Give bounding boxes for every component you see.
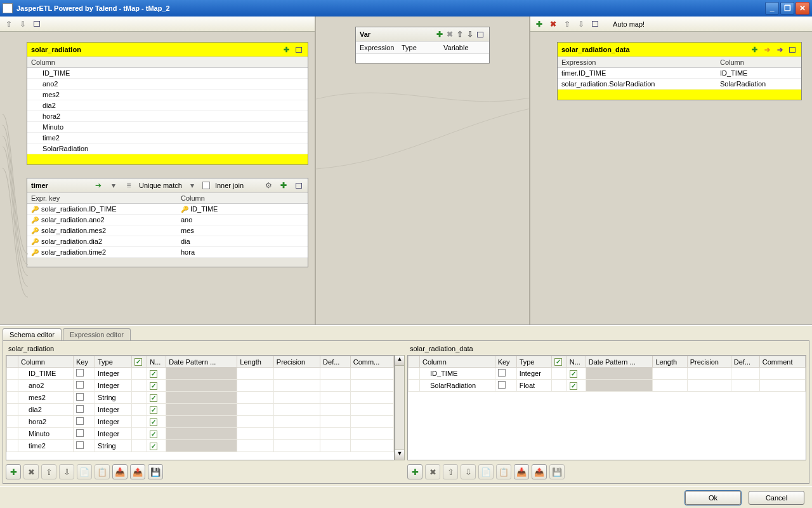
maximize-table-icon[interactable] [787,44,797,55]
move-up-icon[interactable]: ⇧ [4,19,14,29]
schema-left-title: solar_radiation [6,344,405,355]
schema-row[interactable]: ID_TIMEInteger✓ [7,368,394,380]
connection-wires-mid [316,17,529,324]
add-row-button[interactable]: ✚ [407,464,422,479]
input-column: ⇧ ⇩ solar_radiation ✚ Column ID_TIMEan [0,17,316,324]
output-toolbar: ✚ ✖ ⇧ ⇩ Auto map! [530,17,812,32]
output-row[interactable]: solar_radiation.SolarRadiationSolarRadia… [558,79,801,90]
copy-button[interactable]: 📄 [77,464,92,479]
add-output-icon[interactable]: ✚ [534,19,544,29]
move-down-icon[interactable]: ⇩ [18,19,28,29]
add-row-button[interactable]: ✚ [6,464,21,479]
schema-row[interactable]: dia2Integer✓ [7,404,394,416]
import-button[interactable]: 📥 [514,464,529,479]
minimize-button[interactable]: _ [765,2,779,15]
minimize-panels-icon[interactable] [32,19,42,29]
output-table-solar-radiation-data: solar_radiation_data ✚ ➔ ➔ Expression Co… [557,42,802,100]
workspace: ⇧ ⇩ solar_radiation ✚ Column ID_TIMEan [0,17,812,508]
schema-right-grid[interactable]: ColumnKeyType✓N...Date Pattern ...Length… [407,355,806,460]
tab-schema-editor[interactable]: Schema editor [3,328,62,340]
scrollbar-vertical[interactable]: ▲▼ [395,355,405,460]
automap-label[interactable]: Auto map! [613,20,645,28]
table-footer [558,90,801,100]
schema-pane-left: solar_radiation ColumnKeyType✓N...Date P… [6,344,405,481]
input-toolbar: ⇧ ⇩ [0,17,315,32]
schema-row[interactable]: ID_TIMEInteger✓ [409,368,806,380]
save-button[interactable]: 💾 [549,464,565,479]
move-down-icon[interactable]: ⇩ [576,19,586,29]
connection-wires [0,32,315,324]
move-down-button[interactable]: ⇩ [59,464,74,479]
schema-right-title: solar_radiation_data [407,344,806,355]
schema-row[interactable]: time2String✓ [7,440,394,452]
dialog-buttons: Ok Cancel [0,486,812,508]
tab-expression-editor[interactable]: Expression editor [63,328,131,340]
delete-row-button[interactable]: ✖ [425,464,440,479]
save-button[interactable]: 💾 [148,464,163,479]
paste-button[interactable]: 📋 [95,464,110,479]
ok-button[interactable]: Ok [685,491,741,505]
schema-left-toolbar: ✚ ✖ ⇧ ⇩ 📄 📋 📥 📤 💾 [6,460,405,481]
cancel-button[interactable]: Cancel [749,491,804,505]
app-icon [3,3,13,13]
schema-right-toolbar: ✚ ✖ ⇧ ⇩ 📄 📋 📥 📤 💾 [407,460,806,481]
delete-row-button[interactable]: ✖ [23,464,39,479]
output-column: ✚ ✖ ⇧ ⇩ Auto map! solar_radiation_data ✚… [530,17,812,324]
schema-row[interactable]: mes2String✓ [7,392,394,404]
move-down-button[interactable]: ⇩ [461,464,476,479]
import-button[interactable]: 📥 [112,464,128,479]
schema-left-grid[interactable]: ColumnKeyType✓N...Date Pattern ...Length… [6,355,395,460]
tmap-area: ⇧ ⇩ solar_radiation ✚ Column ID_TIMEan [0,17,812,325]
move-up-button[interactable]: ⇧ [41,464,56,479]
minimize-panels-icon[interactable] [590,19,600,29]
var-column: Var ✚ ✖ ⇧ ⇩ Expression Type Variable [316,17,530,324]
remove-output-icon[interactable]: ✖ [548,19,558,29]
output-row[interactable]: timer.ID_TIMEID_TIME [558,68,801,79]
output-table-name: solar_radiation_data [561,46,747,53]
schema-pane-right: solar_radiation_data ColumnKeyType✓N...D… [407,344,806,481]
column-header: Column [720,58,744,66]
export-button[interactable]: 📤 [130,464,145,479]
add-column-icon[interactable]: ✚ [749,44,759,55]
close-button[interactable]: ✕ [796,2,809,15]
paste-button[interactable]: 📋 [496,464,511,479]
schema-row[interactable]: hora2Integer✓ [7,416,394,428]
filter-arrow-icon[interactable]: ➔ [762,44,772,55]
schema-row[interactable]: SolarRadiationFloat✓ [409,380,806,392]
bottom-editor: Schema editor Expression editor solar_ra… [0,325,812,486]
move-up-button[interactable]: ⇧ [443,464,458,479]
window-titlebar: JasperETL Powered by Talend - tMap - tMa… [0,0,812,17]
schema-row[interactable]: ano2Integer✓ [7,380,394,392]
reject-arrow-icon[interactable]: ➔ [775,44,785,55]
copy-button[interactable]: 📄 [478,464,494,479]
export-button[interactable]: 📤 [532,464,547,479]
window-title: JasperETL Powered by Talend - tMap - tMa… [16,4,765,12]
move-up-icon[interactable]: ⇧ [562,19,572,29]
expr-header: Expression [561,58,720,66]
maximize-button[interactable]: ❐ [780,2,794,15]
schema-row[interactable]: MinutoInteger✓ [7,428,394,440]
